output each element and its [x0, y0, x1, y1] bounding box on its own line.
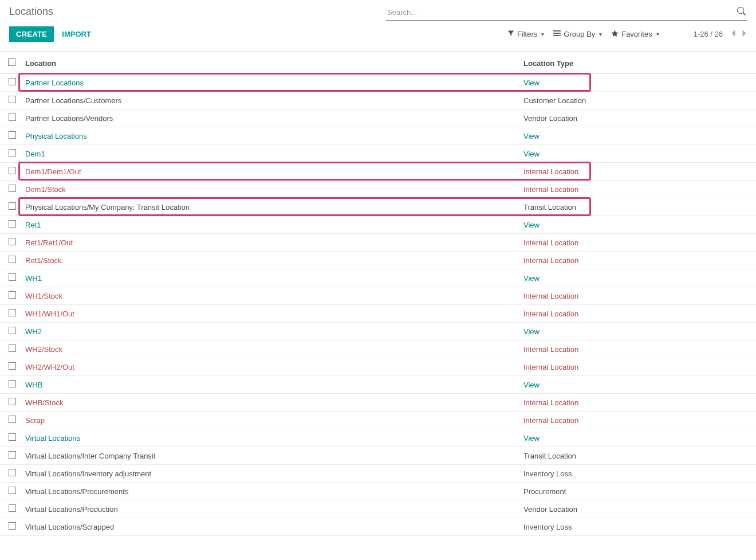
table-row[interactable]: WH2/WH2/OutInternal Location [0, 358, 756, 376]
location-type-cell: Internal Location [519, 340, 756, 358]
location-cell[interactable]: WH1 [21, 269, 519, 287]
location-cell[interactable]: Physical Locations/My Company: Transit L… [21, 198, 519, 216]
table-row[interactable]: Partner Locations/VendorsVendor Location [0, 109, 756, 127]
location-type-cell: View [519, 216, 756, 234]
table-row[interactable]: WH1/StockInternal Location [0, 287, 756, 305]
location-cell[interactable]: Partner Locations [21, 74, 519, 92]
row-checkbox[interactable] [9, 220, 16, 228]
table-row[interactable]: WH2View [0, 323, 756, 340]
location-cell[interactable]: WHB/Stock [21, 394, 519, 412]
pager-prev[interactable] [731, 29, 736, 39]
table-row[interactable]: Dem1/Dem1/OutInternal Location [0, 163, 756, 181]
table-row[interactable]: Ret1/Ret1/OutInternal Location [0, 234, 756, 252]
location-cell[interactable]: Virtual Locations/Inter Company Transit [21, 447, 519, 465]
row-checkbox[interactable] [9, 416, 16, 423]
table-row[interactable]: Virtual Locations/Inventory adjustmentIn… [0, 465, 756, 483]
location-type-cell: Transit Location [519, 447, 756, 465]
location-cell[interactable]: Physical Locations [21, 127, 519, 145]
location-cell[interactable]: WH2 [21, 323, 519, 340]
row-checkbox[interactable] [9, 362, 16, 370]
col-header-location[interactable]: Location [21, 52, 519, 74]
row-checkbox[interactable] [9, 451, 16, 459]
pager-next[interactable] [742, 29, 747, 39]
table-row[interactable]: Virtual LocationsView [0, 429, 756, 447]
row-checkbox[interactable] [9, 131, 16, 139]
row-checkbox[interactable] [9, 273, 16, 281]
row-checkbox[interactable] [9, 113, 16, 121]
location-type-cell: Internal Location [519, 358, 756, 376]
row-checkbox[interactable] [9, 256, 16, 263]
table-row[interactable]: Physical Locations/My Company: Transit L… [0, 198, 756, 216]
table-row[interactable]: Ret1/StockInternal Location [0, 252, 756, 269]
table-row[interactable]: Virtual Locations/ProcurementsProcuremen… [0, 483, 756, 500]
table-row[interactable]: WH1/WH1/OutInternal Location [0, 305, 756, 323]
table-row[interactable]: WH1View [0, 269, 756, 287]
table-row[interactable]: Virtual Locations/ProductionVendor Locat… [0, 500, 756, 518]
location-cell[interactable]: Dem1/Stock [21, 181, 519, 198]
row-checkbox[interactable] [9, 380, 16, 387]
row-checkbox[interactable] [9, 344, 16, 352]
table-row[interactable]: Dem1/StockInternal Location [0, 181, 756, 198]
search-input[interactable] [386, 6, 747, 21]
location-cell[interactable]: WHB [21, 376, 519, 394]
row-checkbox[interactable] [9, 202, 16, 210]
location-cell[interactable]: Virtual Locations/Inventory adjustment [21, 465, 519, 483]
row-checkbox[interactable] [9, 167, 16, 174]
location-cell[interactable]: WH2/Stock [21, 340, 519, 358]
location-type-cell: Inventory Loss [519, 518, 756, 536]
create-button[interactable]: CREATE [9, 26, 54, 42]
table-row[interactable]: Virtual Locations/Inter Company TransitT… [0, 447, 756, 465]
location-cell[interactable]: Partner Locations/Vendors [21, 109, 519, 127]
location-cell[interactable]: Ret1/Stock [21, 252, 519, 269]
filters-dropdown[interactable]: Filters ▾ [507, 30, 544, 38]
row-checkbox[interactable] [9, 309, 16, 316]
location-cell[interactable]: Virtual Locations/Procurements [21, 483, 519, 500]
location-cell[interactable]: Dem1/Dem1/Out [21, 163, 519, 181]
row-checkbox[interactable] [9, 291, 16, 299]
row-checkbox[interactable] [9, 78, 16, 85]
row-checkbox[interactable] [9, 522, 16, 530]
location-cell[interactable]: Virtual Locations/Scrapped [21, 518, 519, 536]
location-cell[interactable]: Virtual Locations [21, 429, 519, 447]
location-cell[interactable]: Ret1 [21, 216, 519, 234]
row-checkbox[interactable] [9, 96, 16, 103]
import-button[interactable]: IMPORT [62, 30, 91, 38]
location-cell[interactable]: Virtual Locations/Production [21, 500, 519, 518]
groupby-dropdown[interactable]: Group By ▾ [553, 30, 602, 38]
row-checkbox[interactable] [9, 469, 16, 476]
location-cell[interactable]: Partner Locations/Customers [21, 92, 519, 109]
row-checkbox[interactable] [9, 487, 16, 494]
table-row[interactable]: Dem1View [0, 145, 756, 163]
row-checkbox[interactable] [9, 185, 16, 192]
location-cell[interactable]: Ret1/Ret1/Out [21, 234, 519, 252]
svg-rect-0 [553, 30, 561, 32]
location-cell[interactable]: WH1/WH1/Out [21, 305, 519, 323]
row-checkbox[interactable] [9, 504, 16, 512]
search-icon[interactable] [737, 7, 746, 17]
location-type-cell: Internal Location [519, 394, 756, 412]
table-row[interactable]: WH2/StockInternal Location [0, 340, 756, 358]
table-row[interactable]: Physical LocationsView [0, 127, 756, 145]
favorites-dropdown[interactable]: Favorites ▾ [611, 30, 659, 39]
col-header-type[interactable]: Location Type [519, 52, 756, 74]
location-cell[interactable]: Scrap [21, 412, 519, 429]
table-row[interactable]: Virtual Locations/ScrappedInventory Loss [0, 518, 756, 536]
svg-rect-2 [553, 35, 561, 36]
location-cell[interactable]: WH2/WH2/Out [21, 358, 519, 376]
table-row[interactable]: WHB/StockInternal Location [0, 394, 756, 412]
location-type-cell: View [519, 269, 756, 287]
row-checkbox[interactable] [9, 238, 16, 245]
table-row[interactable]: ScrapInternal Location [0, 412, 756, 429]
select-all-checkbox[interactable] [8, 58, 15, 66]
table-row[interactable]: WHBView [0, 376, 756, 394]
row-checkbox[interactable] [9, 398, 16, 405]
table-row[interactable]: Partner LocationsView [0, 74, 756, 92]
location-cell[interactable]: Dem1 [21, 145, 519, 163]
table-row[interactable]: Ret1View [0, 216, 756, 234]
page-title: Locations [9, 6, 53, 18]
row-checkbox[interactable] [9, 433, 16, 441]
row-checkbox[interactable] [9, 327, 16, 334]
location-cell[interactable]: WH1/Stock [21, 287, 519, 305]
table-row[interactable]: Partner Locations/CustomersCustomer Loca… [0, 92, 756, 109]
row-checkbox[interactable] [9, 149, 16, 156]
